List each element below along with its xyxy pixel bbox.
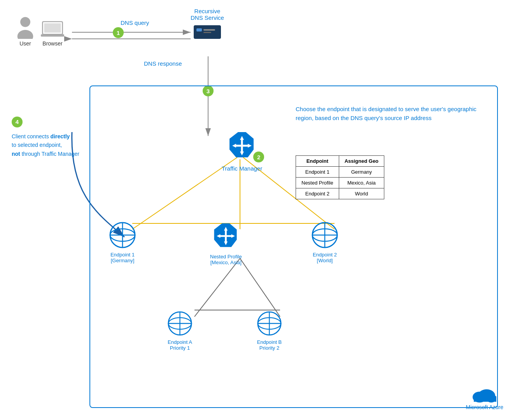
step-4-circle: 4 xyxy=(12,117,23,127)
endpoint-2-section: Endpoint 2 [World] xyxy=(311,221,338,263)
geo-table: Endpoint Assigned Geo Endpoint 1 Germany… xyxy=(296,155,384,199)
nested-profile-geo: [Mexico, Asia] xyxy=(210,260,242,265)
azure-label-section: Microsoft Azure xyxy=(466,385,503,410)
svg-rect-22 xyxy=(203,29,215,31)
step-1-circle: 1 xyxy=(113,27,124,38)
description-text: Choose the endpoint that is designated t… xyxy=(296,105,486,122)
endpoint-b-section: Endpoint B Priority 2 xyxy=(257,311,282,351)
endpoint-a-label: Endpoint A xyxy=(167,339,193,345)
table-cell: World xyxy=(339,188,384,199)
azure-cloud-icon xyxy=(472,385,497,403)
endpoint-2-geo: [World] xyxy=(311,258,338,263)
endpoint-b-icon xyxy=(257,311,282,336)
browser-icon xyxy=(41,19,64,39)
endpoint-1-section: Endpoint 1 [Germany] xyxy=(109,221,136,263)
nested-profile-label: Nested Profile xyxy=(210,254,242,260)
dns-server-icon xyxy=(192,23,223,41)
azure-border-box xyxy=(89,85,498,408)
svg-rect-57 xyxy=(474,396,496,402)
nested-profile-icon xyxy=(211,221,240,251)
endpoint-2-label: Endpoint 2 xyxy=(311,252,338,258)
user-icon xyxy=(16,16,35,39)
nested-profile-section: Nested Profile [Mexico, Asia] xyxy=(210,221,242,265)
endpoint-1-icon xyxy=(109,221,136,249)
table-row: Endpoint 2 World xyxy=(296,188,384,199)
endpoint-b-label: Endpoint B xyxy=(257,339,282,345)
table-cell: Nested Profile xyxy=(296,178,339,188)
browser-label: Browser xyxy=(41,40,64,47)
svg-rect-19 xyxy=(41,34,64,37)
traffic-manager-icon xyxy=(226,130,258,161)
dns-service-section: Recursive DNS Service xyxy=(191,8,224,42)
endpoint-a-priority: Priority 1 xyxy=(167,345,193,351)
traffic-manager-label: Traffic Manager xyxy=(222,165,262,172)
user-label: User xyxy=(16,40,35,47)
svg-rect-21 xyxy=(196,28,202,31)
table-row: Nested Profile Mexico, Asia xyxy=(296,178,384,188)
endpoint-a-icon xyxy=(167,311,193,336)
table-cell: Endpoint 2 xyxy=(296,188,339,199)
dns-response-label: DNS response xyxy=(144,60,182,67)
svg-point-16 xyxy=(18,30,33,39)
table-cell: Endpoint 1 xyxy=(296,167,339,178)
diagram-container: 1 DNS query User Browser Recursive DNS S… xyxy=(0,0,515,420)
table-header-geo: Assigned Geo xyxy=(339,156,384,167)
table-header-endpoint: Endpoint xyxy=(296,156,339,167)
table-cell: Mexico, Asia xyxy=(339,178,384,188)
svg-point-15 xyxy=(20,17,30,27)
table-row: Endpoint 1 Germany xyxy=(296,167,384,178)
client-connects-text: 4 Client connects directly to selected e… xyxy=(12,117,89,158)
browser-section: Browser xyxy=(41,19,64,47)
svg-rect-18 xyxy=(44,23,61,33)
table-cell: Germany xyxy=(339,167,384,178)
client-text-block: Client connects directly to selected end… xyxy=(12,132,89,158)
traffic-manager-section: 2 Traffic Manager xyxy=(222,130,262,172)
azure-text: Microsoft Azure xyxy=(466,404,503,410)
endpoint-a-section: Endpoint A Priority 1 xyxy=(167,311,193,351)
svg-rect-23 xyxy=(203,32,211,33)
endpoint-1-geo: [Germany] xyxy=(109,258,136,263)
endpoint-1-label: Endpoint 1 xyxy=(109,252,136,258)
endpoint-2-icon xyxy=(311,221,338,249)
user-section: User xyxy=(16,16,35,47)
dns-query-label: DNS query xyxy=(121,19,149,26)
endpoint-b-priority: Priority 2 xyxy=(257,345,282,351)
